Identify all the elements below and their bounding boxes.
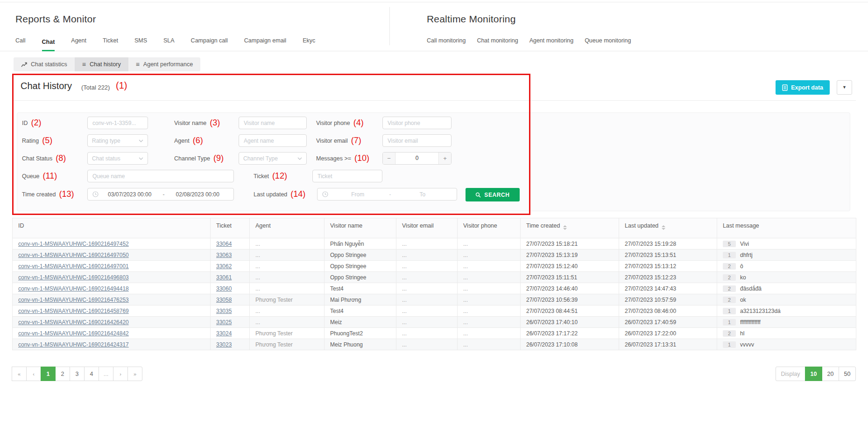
annotation-12: (12) bbox=[272, 171, 287, 180]
ticket-link[interactable]: 33063 bbox=[216, 252, 232, 258]
ticket-link[interactable]: 33035 bbox=[216, 308, 232, 314]
queue-input[interactable] bbox=[87, 170, 234, 182]
ticket-link[interactable]: 33062 bbox=[216, 263, 232, 270]
filter-panel: ID(2) Visitor name(3) Visitor phone(4) R… bbox=[17, 112, 850, 211]
ticket-link[interactable]: 33023 bbox=[216, 341, 232, 348]
stepper-plus-button[interactable]: + bbox=[438, 153, 451, 164]
last-message-text: hl bbox=[740, 330, 744, 337]
visitor-name-input[interactable] bbox=[239, 117, 307, 129]
chat-history-table: ID Ticket Agent Visitor name Visitor ema… bbox=[12, 218, 856, 350]
realtime-tab[interactable]: Agent monitoring bbox=[529, 37, 574, 51]
realtime-tab[interactable]: Call monitoring bbox=[427, 37, 466, 51]
ticket-link[interactable]: 33064 bbox=[216, 241, 232, 247]
visitor-phone-cell: ... bbox=[458, 250, 521, 261]
time-created-filter-label: Time created(13) bbox=[22, 188, 74, 201]
message-count-badge: 2 bbox=[723, 263, 736, 270]
conversation-id-link[interactable]: conv-vn-1-MSWAAYUHWC-1690216424317 bbox=[18, 341, 129, 348]
agent-cell: Phương Tester bbox=[250, 294, 325, 305]
pagination: «‹1234...›» bbox=[12, 367, 142, 381]
header: Reports & Monitor Realtime Monitoring Ca… bbox=[0, 2, 868, 51]
report-tab[interactable]: Ticket bbox=[103, 37, 118, 51]
visitor-phone-filter-label: Visitor phone(4) bbox=[316, 117, 364, 129]
id-input[interactable] bbox=[87, 117, 148, 129]
table-row: conv-vn-1-MSWAAYUHWC-1690216494418 33060… bbox=[13, 283, 856, 294]
page-button[interactable]: › bbox=[113, 367, 128, 381]
page-size-option[interactable]: 50 bbox=[839, 367, 856, 381]
visitor-phone-cell: ... bbox=[458, 261, 521, 272]
last-message-cell: 2hl bbox=[717, 328, 856, 339]
realtime-tab[interactable]: Queue monitoring bbox=[585, 37, 631, 51]
channel-type-select[interactable]: Channel Type bbox=[239, 152, 307, 165]
report-tab[interactable]: SLA bbox=[163, 37, 175, 51]
agent-input[interactable] bbox=[239, 134, 307, 147]
conversation-id-link[interactable]: conv-vn-1-MSWAAYUHWC-1690216494418 bbox=[18, 285, 129, 292]
search-button[interactable]: SEARCH bbox=[466, 188, 520, 201]
visitor-email-cell: ... bbox=[396, 250, 458, 261]
conversation-id-link[interactable]: conv-vn-1-MSWAAYUHWC-1690216476253 bbox=[18, 297, 129, 303]
report-tab[interactable]: Ekyc bbox=[303, 37, 315, 51]
page-button[interactable]: ‹ bbox=[26, 367, 41, 381]
ticket-link[interactable]: 33025 bbox=[216, 319, 232, 326]
id-filter-label: ID(2) bbox=[22, 117, 42, 129]
page-button[interactable]: 4 bbox=[84, 367, 99, 381]
visitor-phone-input[interactable] bbox=[382, 117, 452, 129]
column-header: Agent bbox=[250, 218, 325, 238]
rating-select[interactable]: Rating type bbox=[87, 134, 148, 147]
column-label: Visitor email bbox=[402, 222, 434, 229]
subtab-agent-performance[interactable]: ≡ Agent performance bbox=[128, 57, 200, 71]
chat-status-select[interactable]: Chat status bbox=[87, 152, 148, 165]
conversation-id-link[interactable]: conv-vn-1-MSWAAYUHWC-1690216424842 bbox=[18, 330, 129, 337]
export-data-button[interactable]: Export data bbox=[776, 80, 830, 95]
report-tab[interactable]: SMS bbox=[134, 37, 147, 51]
report-tab[interactable]: Call bbox=[15, 37, 26, 51]
conversation-id-link[interactable]: conv-vn-1-MSWAAYUHWC-1690216497050 bbox=[18, 252, 129, 258]
messages-value[interactable]: 0 bbox=[395, 153, 438, 164]
subtab-chat-statistics[interactable]: Chat statistics bbox=[14, 57, 75, 71]
conversation-id-link[interactable]: conv-vn-1-MSWAAYUHWC-1690216458769 bbox=[18, 308, 129, 314]
page-button[interactable]: ... bbox=[99, 367, 113, 381]
report-tab[interactable]: Campaign call bbox=[191, 37, 228, 51]
conversation-id-link[interactable]: conv-vn-1-MSWAAYUHWC-1690216496803 bbox=[18, 274, 129, 281]
visitor-name-cell: Meiz Phuong bbox=[325, 339, 396, 350]
ticket-link[interactable]: 33061 bbox=[216, 274, 232, 281]
visitor-email-cell: ... bbox=[396, 283, 458, 294]
conversation-id-link[interactable]: conv-vn-1-MSWAAYUHWC-1690216497452 bbox=[18, 241, 129, 247]
ticket-link[interactable]: 33058 bbox=[216, 297, 232, 303]
conversation-id-link[interactable]: conv-vn-1-MSWAAYUHWC-1690216426420 bbox=[18, 319, 129, 326]
page-size-option[interactable]: 10 bbox=[805, 367, 822, 381]
page-size-option[interactable]: 20 bbox=[822, 367, 839, 381]
page-button[interactable]: 3 bbox=[70, 367, 85, 381]
realtime-tab[interactable]: Chat monitoring bbox=[477, 37, 518, 51]
visitor-email-cell: ... bbox=[396, 328, 458, 339]
page-button[interactable]: 1 bbox=[41, 367, 56, 381]
visitor-name-cell: Phấn Nguyễn bbox=[325, 238, 396, 250]
subtab-chat-history[interactable]: ≡ Chat history bbox=[75, 57, 128, 71]
visitor-name-cell: Test4 bbox=[325, 305, 396, 317]
time-created-cell: 26/07/2023 17:10:08 bbox=[521, 339, 619, 350]
sort-icon[interactable] bbox=[662, 225, 665, 230]
visitor-email-input[interactable] bbox=[382, 134, 452, 147]
chat-subtabs: Chat statistics ≡ Chat history ≡ Agent p… bbox=[14, 57, 200, 71]
last-updated-cell: 27/07/2023 15:13:12 bbox=[619, 261, 717, 272]
report-tab[interactable]: Agent bbox=[71, 37, 86, 51]
report-tab[interactable]: Chat bbox=[42, 39, 55, 51]
stepper-minus-button[interactable]: − bbox=[383, 153, 395, 164]
report-tab[interactable]: Campaign email bbox=[244, 37, 286, 51]
page-button[interactable]: 2 bbox=[55, 367, 70, 381]
table-row: conv-vn-1-MSWAAYUHWC-1690216497050 33063… bbox=[13, 250, 856, 261]
export-dropdown-button[interactable]: ▼ bbox=[837, 80, 852, 95]
ticket-link[interactable]: 33024 bbox=[216, 330, 232, 337]
ticket-link[interactable]: 33060 bbox=[216, 285, 232, 292]
conversation-id-link[interactable]: conv-vn-1-MSWAAYUHWC-1690216497001 bbox=[18, 263, 129, 270]
sort-icon[interactable] bbox=[563, 225, 567, 230]
last-updated-range-input[interactable]: From - To bbox=[317, 188, 457, 201]
page-button[interactable]: » bbox=[127, 367, 142, 381]
last-message-text: ko bbox=[740, 274, 746, 281]
column-label: Last updated bbox=[625, 222, 658, 229]
ticket-input[interactable] bbox=[312, 170, 382, 182]
column-header: Visitor phone bbox=[458, 218, 521, 238]
page-button[interactable]: « bbox=[12, 367, 27, 381]
time-created-range-input[interactable]: 03/07/2023 00:00 - 02/08/2023 00:00 bbox=[87, 188, 234, 201]
time-created-cell: 27/07/2023 08:44:51 bbox=[521, 305, 619, 317]
agent-cell: ... bbox=[250, 250, 325, 261]
